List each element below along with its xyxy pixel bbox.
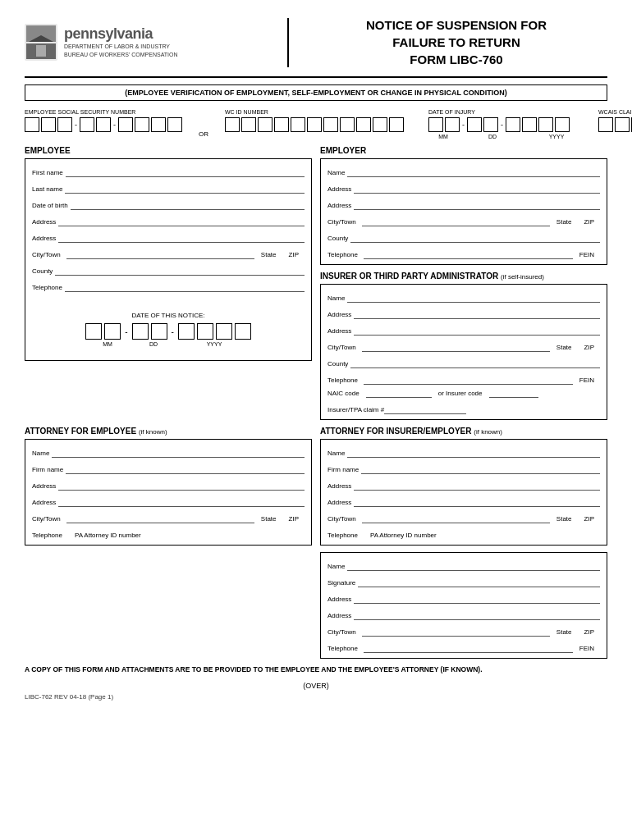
form-title: NOTICE OF SUSPENSION FOR FAILURE TO RETU… bbox=[305, 16, 607, 68]
employee-address2-line[interactable] bbox=[58, 233, 305, 243]
insurer-city: City/Town State ZIP bbox=[327, 339, 600, 352]
sig-address2-line[interactable] bbox=[354, 610, 600, 620]
wc-box-4[interactable] bbox=[274, 117, 289, 132]
insurer-address2-line[interactable] bbox=[354, 326, 600, 336]
insurer-title: INSURER or THIRD PARTY ADMINISTRATOR (if… bbox=[320, 272, 607, 281]
form-title-area: NOTICE OF SUSPENSION FOR FAILURE TO RETU… bbox=[305, 16, 607, 68]
employee-firstname-line[interactable] bbox=[66, 167, 305, 177]
wcais-boxes bbox=[598, 117, 632, 132]
employer-box: Name Address Address City/Town State ZIP… bbox=[320, 158, 607, 265]
employee-lastname-line[interactable] bbox=[65, 184, 305, 194]
atty-ins-name-line[interactable] bbox=[347, 448, 600, 458]
sig-address1-line[interactable] bbox=[354, 594, 600, 604]
wcais-label: WCAIS CLAIM NUMBER bbox=[598, 109, 632, 115]
insurer-city-line[interactable] bbox=[362, 342, 550, 352]
insurer-address1-line[interactable] bbox=[354, 309, 600, 319]
doi-dd-1[interactable] bbox=[467, 117, 482, 132]
wc-box-11[interactable] bbox=[389, 117, 404, 132]
date-injury-group: DATE OF INJURY - - MM DD YYYY bbox=[428, 109, 586, 139]
sig-telephone-line[interactable] bbox=[364, 643, 573, 653]
notice-mm-1[interactable] bbox=[85, 323, 102, 340]
insurer-telephone-line[interactable] bbox=[364, 375, 573, 385]
employee-county: County bbox=[32, 262, 305, 276]
employee-telephone-line[interactable] bbox=[65, 282, 305, 292]
wc-box-5[interactable] bbox=[291, 117, 305, 132]
footer-over: (OVER) bbox=[25, 682, 607, 690]
sig-city-line[interactable] bbox=[362, 627, 550, 637]
notice-mm-2[interactable] bbox=[104, 323, 121, 340]
employer-city-line[interactable] bbox=[362, 217, 550, 226]
ssn-box-4[interactable] bbox=[80, 117, 94, 132]
wc-box-7[interactable] bbox=[323, 117, 338, 132]
doi-yyyy-3[interactable] bbox=[538, 117, 553, 132]
date-injury-sublabels: MM DD YYYY bbox=[428, 134, 586, 139]
atty-emp-city-line[interactable] bbox=[66, 514, 254, 523]
attorney-section: ATTORNEY FOR EMPLOYEE (if known) Name Fi… bbox=[25, 427, 607, 659]
page-header: pennsylvania DEPARTMENT OF LABOR & INDUS… bbox=[25, 16, 607, 78]
employer-address1-line[interactable] bbox=[354, 184, 600, 194]
insurer-claim-line[interactable] bbox=[384, 404, 466, 414]
employer-telephone-line[interactable] bbox=[364, 249, 573, 259]
employer-address2-line[interactable] bbox=[354, 200, 600, 210]
atty-emp-firm-line[interactable] bbox=[66, 464, 305, 474]
notice-yyyy-4[interactable] bbox=[235, 323, 251, 340]
notice-dd-1[interactable] bbox=[132, 323, 149, 340]
ssn-box-8[interactable] bbox=[151, 117, 166, 132]
employer-county-line[interactable] bbox=[350, 233, 600, 243]
doi-yyyy-4[interactable] bbox=[555, 117, 570, 132]
employee-address1-line[interactable] bbox=[58, 217, 305, 226]
atty-emp-address1-line[interactable] bbox=[58, 481, 305, 491]
naic-line[interactable] bbox=[366, 388, 432, 398]
ssn-box-5[interactable] bbox=[96, 117, 111, 132]
atty-emp-telephone: Telephone PA Attorney ID number bbox=[32, 527, 305, 540]
wc-group: WC ID NUMBER bbox=[225, 109, 404, 132]
atty-ins-firm-line[interactable] bbox=[361, 464, 600, 474]
atty-emp-name-line[interactable] bbox=[52, 448, 305, 458]
wc-box-10[interactable] bbox=[373, 117, 387, 132]
wc-box-1[interactable] bbox=[225, 117, 240, 132]
ssn-box-7[interactable] bbox=[135, 117, 149, 132]
employee-dob-line[interactable] bbox=[71, 200, 305, 210]
insurer-name-line[interactable] bbox=[347, 293, 600, 303]
employee-title: EMPLOYEE bbox=[25, 146, 312, 155]
ssn-box-9[interactable] bbox=[167, 117, 182, 132]
wc-box-3[interactable] bbox=[258, 117, 272, 132]
wc-box-9[interactable] bbox=[356, 117, 371, 132]
employee-county-line[interactable] bbox=[55, 266, 305, 276]
doi-yyyy-2[interactable] bbox=[522, 117, 537, 132]
wc-box-2[interactable] bbox=[241, 117, 256, 132]
notice-yyyy-1[interactable] bbox=[178, 323, 195, 340]
employer-name-line[interactable] bbox=[347, 167, 600, 177]
sig-city: City/Town State ZIP bbox=[327, 623, 600, 637]
or-text: OR bbox=[195, 130, 213, 139]
insurer-county-line[interactable] bbox=[350, 358, 600, 368]
sig-address2: Address bbox=[327, 607, 600, 620]
atty-emp-address2: Address bbox=[32, 494, 305, 507]
wc-box-6[interactable] bbox=[307, 117, 322, 132]
wcais-1[interactable] bbox=[598, 117, 613, 132]
atty-ins-address2-line[interactable] bbox=[354, 497, 600, 507]
ssn-box-6[interactable] bbox=[118, 117, 133, 132]
doi-mm-1[interactable] bbox=[428, 117, 443, 132]
employee-city-line[interactable] bbox=[66, 249, 254, 259]
sig-signature-line[interactable] bbox=[358, 578, 600, 587]
ssn-box-3[interactable] bbox=[57, 117, 72, 132]
ssn-box-1[interactable] bbox=[25, 117, 39, 132]
employer-title: EMPLOYER bbox=[320, 146, 607, 155]
employer-address1: Address bbox=[327, 180, 600, 194]
atty-emp-address2-line[interactable] bbox=[58, 497, 305, 507]
insurer-code-line[interactable] bbox=[489, 388, 538, 398]
atty-ins-city-line[interactable] bbox=[362, 514, 550, 523]
notice-yyyy-2[interactable] bbox=[197, 323, 213, 340]
notice-dd-2[interactable] bbox=[151, 323, 167, 340]
doi-mm-2[interactable] bbox=[445, 117, 460, 132]
notice-yyyy-3[interactable] bbox=[216, 323, 232, 340]
doi-yyyy-1[interactable] bbox=[506, 117, 520, 132]
date-notice-section: DATE OF THIS NOTICE: - - MM DD bbox=[32, 295, 305, 355]
atty-ins-address1-line[interactable] bbox=[354, 481, 600, 491]
ssn-box-2[interactable] bbox=[41, 117, 56, 132]
wcais-2[interactable] bbox=[615, 117, 630, 132]
sig-name-line[interactable] bbox=[347, 561, 600, 571]
wc-box-8[interactable] bbox=[340, 117, 355, 132]
doi-dd-2[interactable] bbox=[483, 117, 498, 132]
